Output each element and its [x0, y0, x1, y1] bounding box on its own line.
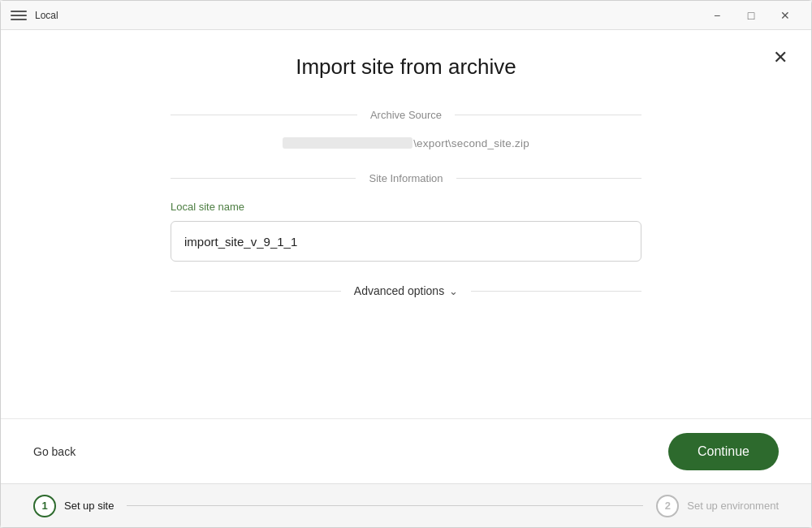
site-info-label: Site Information: [356, 172, 456, 184]
step-2-circle: 2: [656, 495, 679, 517]
archive-path-suffix: \export\second_site.zip: [413, 137, 529, 149]
advanced-options-toggle[interactable]: Advanced options ⌄: [341, 284, 471, 297]
minimize-button[interactable]: −: [701, 3, 733, 28]
form-section: Archive Source \export\second_site.zip S…: [171, 109, 641, 297]
footer: Go back Continue: [1, 418, 811, 483]
title-bar: Local − □ ✕: [1, 1, 811, 30]
site-name-input[interactable]: [171, 221, 641, 262]
app-name: Local: [35, 10, 58, 21]
stepper: 1 Set up site 2 Set up environment: [1, 483, 811, 527]
archive-source-divider: Archive Source: [171, 109, 641, 121]
step-connector: [127, 505, 643, 506]
content-area: ✕ Import site from archive Archive Sourc…: [1, 30, 811, 527]
site-name-label: Local site name: [171, 201, 641, 213]
site-info-divider: Site Information: [171, 172, 641, 184]
step-2-number: 2: [665, 500, 671, 512]
maximize-button[interactable]: □: [735, 3, 767, 28]
app-window: Local − □ ✕ ✕ Import site from archive A…: [0, 0, 812, 528]
step-1: 1 Set up site: [33, 495, 114, 517]
archive-path: \export\second_site.zip: [171, 137, 641, 149]
advanced-options-divider[interactable]: Advanced options ⌄: [171, 284, 641, 297]
window-controls: − □ ✕: [701, 3, 801, 28]
go-back-button[interactable]: Go back: [33, 445, 76, 458]
archive-source-label: Archive Source: [357, 109, 455, 121]
modal-title: Import site from archive: [33, 54, 779, 80]
modal-body: Import site from archive Archive Source …: [1, 30, 811, 418]
modal-close-button[interactable]: ✕: [766, 43, 795, 72]
archive-path-blur: [283, 137, 412, 149]
step-1-label: Set up site: [64, 500, 114, 512]
chevron-down-icon: ⌄: [449, 285, 458, 297]
menu-icon[interactable]: [11, 7, 27, 24]
step-1-number: 1: [41, 500, 47, 512]
step-2-label: Set up environment: [687, 500, 779, 512]
continue-button[interactable]: Continue: [668, 433, 779, 470]
advanced-options-label-text: Advanced options: [354, 284, 444, 297]
window-close-button[interactable]: ✕: [769, 3, 801, 28]
site-info-section: Local site name: [171, 201, 641, 262]
step-1-circle: 1: [33, 495, 56, 517]
step-2: 2 Set up environment: [656, 495, 779, 517]
